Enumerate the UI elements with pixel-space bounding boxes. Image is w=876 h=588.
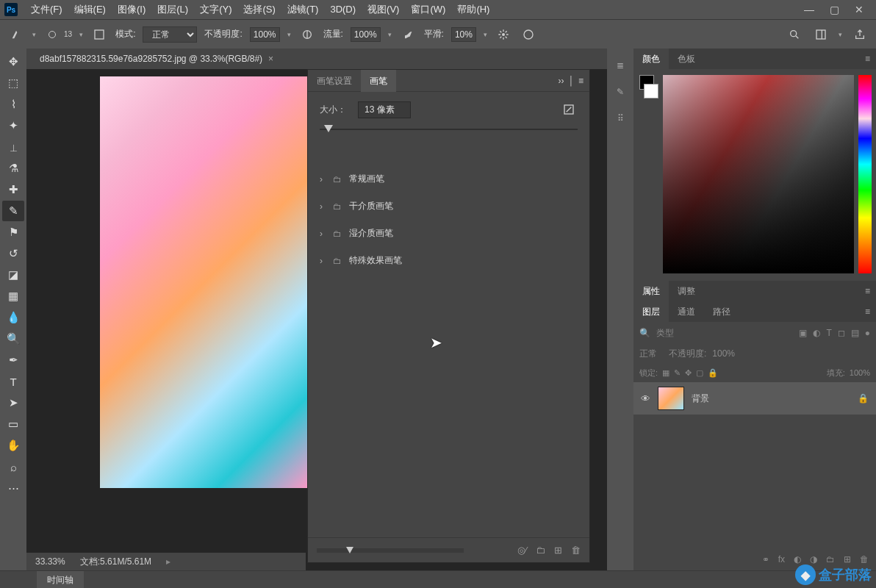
lasso-tool[interactable]: ⌇ <box>2 94 24 115</box>
toolbox-more[interactable]: ⋯ <box>2 478 24 498</box>
filter-type-icon[interactable]: T <box>826 328 831 338</box>
layer-blend-mode[interactable]: 正常 <box>639 348 657 360</box>
fg-bg-swatches[interactable] <box>639 75 658 273</box>
smoothing-options-icon[interactable] <box>495 26 512 43</box>
lock-position-icon[interactable]: ✥ <box>685 368 692 378</box>
layers-tab[interactable]: 图层 <box>633 301 669 322</box>
hue-slider[interactable] <box>858 75 872 273</box>
minimize-button[interactable]: — <box>801 2 817 17</box>
lock-brush-icon[interactable]: ✎ <box>674 368 681 378</box>
eyedropper-tool[interactable]: ⚗ <box>2 158 24 179</box>
adjustments-tab[interactable]: 调整 <box>669 281 704 301</box>
move-tool[interactable]: ✥ <box>2 51 24 72</box>
menu-image[interactable]: 图像(I) <box>112 0 151 19</box>
brush-folder-fx[interactable]: ›🗀特殊效果画笔 <box>308 247 589 274</box>
airbrush-icon[interactable] <box>399 26 417 43</box>
menu-view[interactable]: 视图(V) <box>362 0 405 19</box>
menu-select[interactable]: 选择(S) <box>237 0 281 19</box>
layer-name[interactable]: 背景 <box>692 392 709 405</box>
menu-edit[interactable]: 编辑(E) <box>68 0 112 19</box>
workspace-caret[interactable]: ▾ <box>839 31 842 38</box>
share-icon[interactable] <box>851 26 869 43</box>
new-brush-icon[interactable]: ⊞ <box>554 545 562 556</box>
layer-group-icon[interactable]: 🗀 <box>826 554 835 564</box>
document-tab[interactable]: d8abf157882315.59e76a9285752.jpg @ 33.3%… <box>32 54 281 64</box>
brushes-icon[interactable]: ⠿ <box>612 110 628 126</box>
opacity-caret[interactable]: ▾ <box>287 31 291 38</box>
flow-input[interactable]: 100% <box>351 27 381 42</box>
lock-pixels-icon[interactable]: ▦ <box>662 368 669 378</box>
brush-picker-caret[interactable]: ▾ <box>79 31 83 38</box>
layer-opacity-value[interactable]: 100% <box>712 348 735 359</box>
brush-panel-toggle-icon[interactable] <box>90 26 108 43</box>
filter-search-icon[interactable]: 🔍 <box>639 328 650 338</box>
brush-size-input[interactable]: 13 像素 <box>358 101 411 118</box>
toggle-preview-icon[interactable]: ◎⁄ <box>517 545 527 556</box>
menu-filter[interactable]: 滤镜(T) <box>281 0 325 19</box>
shape-tool[interactable]: ▭ <box>2 414 24 434</box>
channels-tab[interactable]: 通道 <box>669 301 704 322</box>
layer-mask-icon[interactable]: ◐ <box>794 554 801 564</box>
path-select-tool[interactable]: ➤ <box>2 392 24 413</box>
lock-all-icon[interactable]: 🔒 <box>708 368 718 378</box>
pressure-size-icon[interactable] <box>520 26 537 43</box>
layer-item-background[interactable]: 👁 背景 🔒 <box>633 382 876 415</box>
pen-tool[interactable]: ✒ <box>2 350 24 370</box>
open-brush-settings-icon[interactable] <box>560 101 578 118</box>
blur-tool[interactable]: 💧 <box>2 307 24 328</box>
zoom-level[interactable]: 33.33% <box>35 556 65 567</box>
layer-delete-icon[interactable]: 🗑 <box>860 554 869 564</box>
hand-tool[interactable]: ✋ <box>2 435 24 456</box>
layer-locked-icon[interactable]: 🔒 <box>858 393 869 404</box>
menu-help[interactable]: 帮助(H) <box>451 0 495 19</box>
doc-info[interactable]: 文档:5.61M/5.61M <box>80 556 151 568</box>
tool-preset-icon[interactable] <box>7 26 25 43</box>
swatches-tab[interactable]: 色板 <box>669 49 704 69</box>
delete-brush-icon[interactable]: 🗑 <box>571 545 581 556</box>
timeline-tab[interactable]: 时间轴 <box>37 571 84 589</box>
pressure-opacity-icon[interactable] <box>298 26 316 43</box>
tool-preset-caret[interactable]: ▾ <box>32 31 36 38</box>
color-tab[interactable]: 颜色 <box>633 49 669 69</box>
brush-panel-collapse[interactable]: ›› │ ≡ <box>552 76 589 86</box>
brush-folder-dry[interactable]: ›🗀干介质画笔 <box>308 193 589 220</box>
brush-settings-icon[interactable]: ✎ <box>612 84 628 100</box>
gradient-tool[interactable]: ▦ <box>2 286 24 306</box>
paths-tab[interactable]: 路径 <box>704 301 739 322</box>
history-brush-tool[interactable]: ↺ <box>2 243 24 264</box>
crop-tool[interactable]: ⟂ <box>2 137 24 157</box>
menu-window[interactable]: 窗口(W) <box>405 0 451 19</box>
brush-tab[interactable]: 画笔 <box>361 70 396 92</box>
color-field[interactable] <box>663 75 854 273</box>
layer-new-icon[interactable]: ⊞ <box>844 554 851 564</box>
menu-layer[interactable]: 图层(L) <box>151 0 194 19</box>
history-panel-icon[interactable]: ≣ <box>612 57 628 74</box>
search-icon[interactable] <box>786 26 803 43</box>
flow-caret[interactable]: ▾ <box>388 31 392 38</box>
filter-smart-icon[interactable]: ▤ <box>851 328 859 338</box>
brush-folder-general[interactable]: ›🗀常规画笔 <box>308 165 589 193</box>
workspace-icon[interactable] <box>812 26 830 43</box>
filter-pixel-icon[interactable]: ▣ <box>799 328 807 338</box>
close-button[interactable]: ✕ <box>851 2 867 17</box>
brush-size-thumb[interactable] <box>324 125 333 132</box>
zoom-tool[interactable]: ⌕ <box>2 456 24 477</box>
layer-thumbnail[interactable] <box>658 387 684 410</box>
quick-select-tool[interactable]: ✦ <box>2 115 24 136</box>
brush-size-slider[interactable] <box>320 123 578 136</box>
lock-artboard-icon[interactable]: ▢ <box>696 368 703 378</box>
document-close-icon[interactable]: × <box>268 54 273 64</box>
brush-preview-thumb[interactable] <box>346 547 353 553</box>
load-brushes-icon[interactable]: 🗀 <box>536 545 545 556</box>
opacity-input[interactable]: 100% <box>250 27 280 42</box>
brush-preview-icon[interactable] <box>43 26 61 43</box>
smoothing-input[interactable]: 10% <box>451 27 476 42</box>
clone-stamp-tool[interactable]: ⚑ <box>2 222 24 243</box>
menu-3d[interactable]: 3D(D) <box>324 0 362 19</box>
doc-info-caret[interactable]: ▸ <box>166 556 170 567</box>
brush-folder-wet[interactable]: ›🗀湿介质画笔 <box>308 220 589 247</box>
layer-fx-icon[interactable]: fx <box>778 554 785 564</box>
brush-tool[interactable]: ✎ <box>2 201 24 221</box>
brush-preview-slider[interactable] <box>317 548 464 553</box>
filter-shape-icon[interactable]: ◻ <box>838 328 845 338</box>
